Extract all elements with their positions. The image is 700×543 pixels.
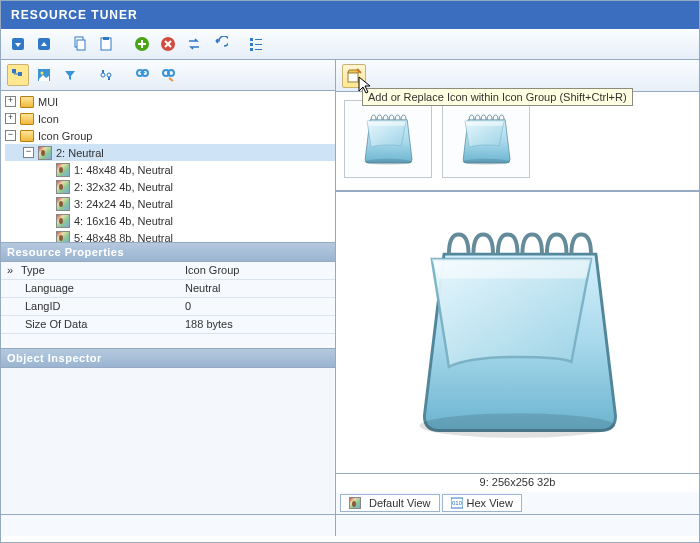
tree-node-selected[interactable]: − 2: Neutral (5, 144, 335, 161)
expand-icon[interactable]: + (5, 113, 16, 124)
thumbnail-strip (336, 92, 699, 191)
prop-val: 0 (181, 300, 335, 312)
tree-node-icon-item[interactable]: 4: 16x16 4b, Neutral (5, 212, 335, 229)
svg-rect-11 (250, 43, 253, 46)
tree-node-icon-item[interactable]: 3: 24x24 4b, Neutral (5, 195, 335, 212)
prop-row[interactable]: Size Of Data 188 bytes (1, 316, 335, 334)
prop-key: Language (1, 282, 181, 294)
icon-preview (336, 191, 699, 474)
icon-item-icon (56, 163, 70, 177)
tree-view-button[interactable] (7, 64, 29, 86)
svg-rect-4 (77, 40, 85, 50)
copy-button[interactable] (69, 33, 91, 55)
object-inspector (1, 368, 335, 515)
undo-button[interactable] (209, 33, 231, 55)
tooltip: Add or Replace Icon within Icon Group (S… (362, 88, 633, 106)
tab-label: Hex View (467, 497, 513, 509)
icon-item-icon (56, 214, 70, 228)
tab-hex-view[interactable]: 010 Hex View (442, 494, 522, 512)
tree-node-icon-item[interactable]: 1: 48x48 4b, Neutral (5, 161, 335, 178)
view-tabs: Default View 010 Hex View (336, 492, 699, 514)
right-bottom-strip (336, 514, 699, 536)
prop-row[interactable]: Type Icon Group (1, 262, 335, 280)
prop-key: Type (1, 264, 181, 276)
svg-rect-6 (103, 37, 109, 40)
tree-label: MUI (38, 96, 58, 108)
left-toolbar (1, 60, 335, 91)
tree-label: 3: 24x24 4b, Neutral (74, 198, 173, 210)
filter-button[interactable] (59, 64, 81, 86)
icon-item-icon (56, 197, 70, 211)
tree-node-mui[interactable]: + MUI (5, 93, 335, 110)
prop-val: 188 bytes (181, 318, 335, 330)
tree-node-icon-item[interactable]: 2: 32x32 4b, Neutral (5, 178, 335, 195)
tree-node-icon[interactable]: + Icon (5, 110, 335, 127)
tree-node-icon-group[interactable]: − Icon Group (5, 127, 335, 144)
paste-button[interactable] (95, 33, 117, 55)
svg-point-19 (101, 73, 105, 77)
properties-header: Resource Properties (1, 242, 335, 262)
collapse-icon[interactable]: − (23, 147, 34, 158)
tree-label: 2: 32x32 4b, Neutral (74, 181, 173, 193)
svg-rect-15 (12, 69, 16, 73)
svg-rect-9 (250, 38, 253, 41)
inspector-header: Object Inspector (1, 348, 335, 368)
add-button[interactable] (131, 33, 153, 55)
prop-row[interactable]: LangID 0 (1, 298, 335, 316)
prop-val: Icon Group (181, 264, 335, 276)
expand-icon[interactable]: + (5, 96, 16, 107)
tree-label: Icon (38, 113, 59, 125)
folder-icon (20, 113, 34, 125)
tab-default-view[interactable]: Default View (340, 494, 440, 512)
title-bar: RESOURCE TUNER (1, 1, 699, 29)
delete-button[interactable] (157, 33, 179, 55)
collapse-icon[interactable]: − (5, 130, 16, 141)
arrow-down-button[interactable] (7, 33, 29, 55)
svg-text:010: 010 (452, 500, 463, 506)
properties-table: Type Icon Group Language Neutral LangID … (1, 262, 335, 334)
icon-group-icon (349, 497, 361, 509)
list-details-button[interactable] (245, 33, 267, 55)
icon-item-icon (56, 231, 70, 242)
prop-val: Neutral (181, 282, 335, 294)
svg-rect-16 (18, 72, 22, 76)
svg-rect-13 (250, 48, 253, 51)
settings-button[interactable] (95, 64, 117, 86)
svg-point-18 (41, 72, 44, 75)
icon-group-icon (38, 146, 52, 160)
find-next-button[interactable] (157, 64, 179, 86)
svg-rect-10 (255, 39, 262, 40)
prop-key: Size Of Data (1, 318, 181, 330)
preview-caption: 9: 256x256 32b (336, 474, 699, 492)
svg-point-21 (107, 73, 111, 77)
icon-item-icon (56, 180, 70, 194)
hex-icon: 010 (451, 497, 463, 509)
pictures-view-button[interactable] (33, 64, 55, 86)
prop-row[interactable]: Language Neutral (1, 280, 335, 298)
tree-label: 2: Neutral (56, 147, 104, 159)
tree-label: 4: 16x16 4b, Neutral (74, 215, 173, 227)
folder-icon (20, 96, 34, 108)
svg-rect-20 (102, 70, 104, 73)
tree-node-icon-item[interactable]: 5: 48x48 8b, Neutral (5, 229, 335, 242)
tree-label: 5: 48x48 8b, Neutral (74, 232, 173, 242)
swap-button[interactable] (183, 33, 205, 55)
tree-label: 1: 48x48 4b, Neutral (74, 164, 173, 176)
svg-rect-22 (108, 77, 110, 80)
cursor-icon (358, 76, 374, 98)
folder-icon (20, 130, 34, 142)
tab-label: Default View (369, 497, 431, 509)
resource-tree[interactable]: + MUI + Icon − Icon Group − 2: Neutral 1… (1, 91, 335, 242)
thumbnail[interactable] (442, 100, 530, 178)
arrow-up-button[interactable] (33, 33, 55, 55)
main-toolbar (1, 29, 699, 60)
tree-label: Icon Group (38, 130, 92, 142)
left-bottom-strip (1, 514, 335, 536)
svg-point-26 (168, 70, 174, 76)
svg-rect-12 (255, 44, 262, 45)
svg-rect-14 (255, 49, 262, 50)
thumbnail[interactable] (344, 100, 432, 178)
find-button[interactable] (131, 64, 153, 86)
prop-key: LangID (1, 300, 181, 312)
right-toolbar: Add or Replace Icon within Icon Group (S… (336, 60, 699, 92)
